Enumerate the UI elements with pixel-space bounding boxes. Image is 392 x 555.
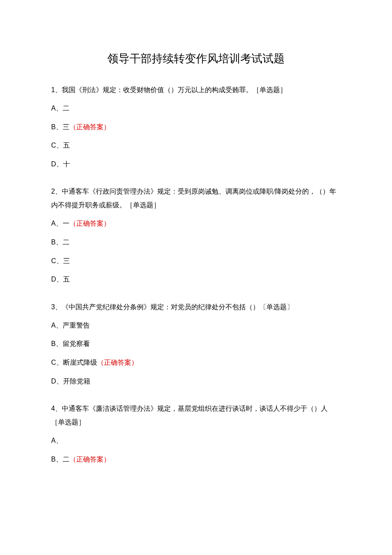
option-letter: A	[51, 322, 56, 329]
question-text: 4、中通客车《廉洁谈话管理办法》规定，基层党组织在进行谈话时，谈话人不得少于（）…	[51, 402, 341, 429]
options-list: A、B、二（正确答案）	[51, 435, 341, 465]
options-list: A、二B、三（正确答案）C、五D、十	[51, 103, 341, 169]
option-letter: D	[51, 276, 56, 283]
option-text: 、留党察看	[56, 340, 90, 347]
option-text: 、三	[56, 123, 69, 131]
question-body: 、中通客车《廉洁谈话管理办法》规定，基层党组织在进行谈话时，谈话人不得少于（）人	[55, 405, 328, 412]
correct-answer-label: （正确答案）	[69, 456, 110, 463]
option: A、严重警告	[51, 320, 341, 331]
questions-container: 1、我国《刑法》规定：收受财物价值（）万元以上的构成受贿罪。［单选题］A、二B、…	[51, 83, 341, 465]
question-type-tag: ［单选题］	[51, 418, 85, 426]
option-letter: B	[51, 456, 56, 463]
question-text: 3、《中国共产党纪律处分条例》规定：对党员的纪律处分不包括（）〔单选题〕	[51, 300, 341, 314]
option-text: 、二	[56, 456, 69, 463]
question-block: 3、《中国共产党纪律处分条例》规定：对党员的纪律处分不包括（）〔单选题〕A、严重…	[51, 300, 341, 386]
option-letter: B	[51, 238, 56, 246]
question-number: 1	[51, 86, 55, 93]
option-text: 、一	[56, 220, 69, 227]
option: B、三（正确答案）	[51, 122, 341, 133]
option-text: 、二	[56, 105, 69, 112]
options-list: A、严重警告B、留党察看C、断崖式降级（正确答案）D、开除党籍	[51, 320, 341, 386]
question-block: 4、中通客车《廉洁谈话管理办法》规定，基层党组织在进行谈话时，谈话人不得少于（）…	[51, 402, 341, 465]
question-text: 1、我国《刑法》规定：收受财物价值（）万元以上的构成受贿罪。［单选题］	[51, 83, 341, 97]
question-text: 2、中通客车《行政问责管理办法》规定：受到原岗诫勉、调离岗位或降职/降岗处分的，…	[51, 185, 341, 212]
correct-answer-label: （正确答案）	[69, 123, 110, 131]
question-type-tag: 〔单选题〕	[259, 303, 294, 311]
options-list: A、一（正确答案）B、二C、三D、五	[51, 218, 341, 285]
question-number: 3	[51, 303, 55, 311]
option: A、二	[51, 103, 341, 114]
option-text: 、五	[56, 142, 70, 149]
question-block: 1、我国《刑法》规定：收受财物价值（）万元以上的构成受贿罪。［单选题］A、二B、…	[51, 83, 341, 169]
question-body: 、中通客车《行政问责管理办法》规定：受到原岗诫勉、调离岗位或降职/降岗处分的，（…	[51, 188, 336, 209]
option-letter: A	[51, 220, 56, 227]
option-letter: B	[51, 123, 56, 131]
option-letter: A	[51, 437, 56, 444]
option-letter: C	[51, 142, 56, 149]
option-text: 、五	[56, 276, 70, 283]
option-letter: B	[51, 340, 56, 347]
question-type-tag: ［单选题］	[126, 201, 160, 209]
option-letter: D	[51, 378, 56, 385]
question-number: 4	[51, 405, 55, 412]
option-text: 、十	[56, 160, 70, 168]
option: B、二（正确答案）	[51, 454, 341, 465]
question-block: 2、中通客车《行政问责管理办法》规定：受到原岗诫勉、调离岗位或降职/降岗处分的，…	[51, 185, 341, 285]
correct-answer-label: （正确答案）	[69, 220, 110, 227]
option-letter: A	[51, 105, 56, 112]
document-page: 领导干部持续转变作风培训考试试题 1、我国《刑法》规定：收受财物价值（）万元以上…	[0, 0, 392, 465]
option-letter: C	[51, 257, 56, 264]
option: D、十	[51, 159, 341, 170]
option: A、一（正确答案）	[51, 218, 341, 229]
option: C、断崖式降级（正确答案）	[51, 357, 341, 368]
option-text: 、开除党籍	[56, 378, 90, 385]
question-number: 2	[51, 188, 55, 195]
option-text: 、三	[56, 257, 70, 264]
option-letter: C	[51, 359, 56, 366]
question-body: 、《中国共产党纪律处分条例》规定：对党员的纪律处分不包括（）	[55, 303, 259, 311]
option-text: 、严重警告	[56, 322, 90, 329]
option: B、二	[51, 237, 341, 248]
question-body: 、我国《刑法》规定：收受财物价值（）万元以上的构成受贿罪。	[55, 86, 253, 93]
option: C、三	[51, 256, 341, 267]
option-letter: D	[51, 160, 56, 168]
option: D、开除党籍	[51, 376, 341, 387]
question-type-tag: ［单选题］	[253, 86, 287, 93]
option: B、留党察看	[51, 338, 341, 349]
document-title: 领导干部持续转变作风培训考试试题	[51, 51, 341, 66]
option: D、五	[51, 274, 341, 285]
option-text: 、断崖式降级	[56, 359, 97, 366]
option-text: 、	[56, 437, 63, 444]
option-text: 、二	[56, 238, 69, 246]
option: C、五	[51, 140, 341, 151]
option: A、	[51, 435, 341, 446]
correct-answer-label: （正确答案）	[97, 359, 138, 366]
